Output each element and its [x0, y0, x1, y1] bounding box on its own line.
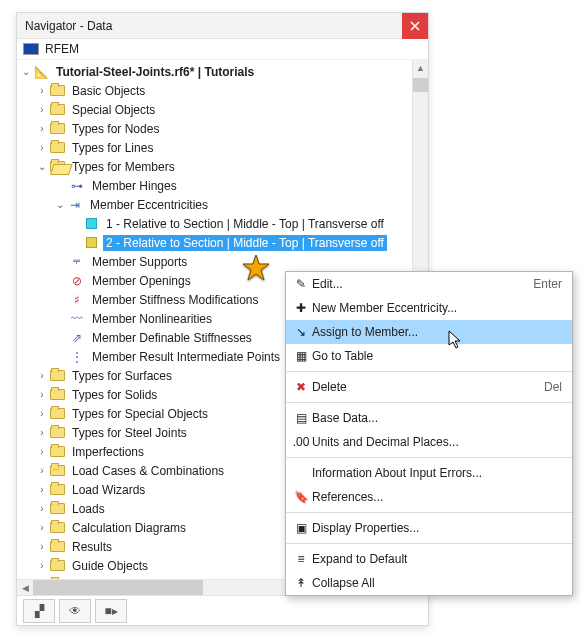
menu-input-errors[interactable]: Information About Input Errors... — [286, 461, 572, 485]
chevron-down-icon[interactable]: ⌄ — [19, 66, 33, 77]
tree-item-expanded[interactable]: ⌄Types for Members — [17, 157, 428, 176]
tree-label: Types for Steel Joints — [69, 425, 190, 441]
menu-units[interactable]: .00Units and Decimal Places... — [286, 430, 572, 454]
scroll-thumb[interactable] — [413, 78, 428, 92]
chevron-right-icon[interactable]: › — [35, 408, 49, 419]
chevron-right-icon[interactable]: › — [35, 104, 49, 115]
chevron-right-icon[interactable]: › — [35, 446, 49, 457]
folder-icon — [49, 577, 65, 580]
root-label: Tutorial-Steel-Joints.rf6* | Tutorials — [53, 64, 257, 80]
panel-icon: ▞ — [35, 604, 44, 618]
menu-new-eccentricity[interactable]: ✚New Member Eccentricity... — [286, 296, 572, 320]
menu-accelerator: Enter — [533, 277, 562, 291]
chevron-right-icon[interactable]: › — [35, 522, 49, 533]
interpoint-icon: ⋮ — [69, 349, 85, 365]
folder-icon — [49, 102, 65, 118]
app-icon — [23, 43, 39, 55]
menu-label: New Member Eccentricity... — [312, 301, 562, 315]
close-button[interactable] — [402, 13, 428, 39]
menu-delete[interactable]: ✖DeleteDel — [286, 375, 572, 399]
opening-icon: ⊘ — [69, 273, 85, 289]
edit-icon: ✎ — [290, 277, 312, 291]
tree-item[interactable]: ›Basic Objects — [17, 81, 428, 100]
menu-goto-table[interactable]: ▦Go to Table — [286, 344, 572, 368]
chevron-right-icon[interactable]: › — [35, 142, 49, 153]
display-tab-button[interactable]: 👁 — [59, 599, 91, 623]
folder-icon — [49, 539, 65, 555]
chevron-right-icon[interactable]: › — [35, 541, 49, 552]
menu-separator — [286, 512, 572, 513]
chevron-right-icon[interactable]: › — [35, 465, 49, 476]
menu-expand-default[interactable]: ≡Expand to Default — [286, 547, 572, 571]
tree-label: Types for Lines — [69, 140, 156, 156]
scroll-left-icon[interactable]: ◀ — [17, 583, 33, 593]
menu-references[interactable]: 🔖References... — [286, 485, 572, 509]
folder-icon — [49, 406, 65, 422]
menu-accelerator: Del — [544, 380, 562, 394]
tree-item-selected[interactable]: 2 - Relative to Section | Middle - Top |… — [17, 233, 428, 252]
folder-icon — [49, 444, 65, 460]
tree-label: Member Definable Stiffnesses — [89, 330, 255, 346]
table-icon: ▦ — [290, 349, 312, 363]
tree-label: Member Hinges — [89, 178, 180, 194]
chevron-down-icon[interactable]: ⌄ — [35, 161, 49, 172]
menu-label: Information About Input Errors... — [312, 466, 562, 480]
chevron-right-icon[interactable]: › — [35, 85, 49, 96]
app-bar: RFEM — [17, 39, 428, 60]
tree-label: Types for Members — [69, 159, 178, 175]
scroll-thumb-h[interactable] — [33, 580, 203, 595]
chevron-right-icon[interactable]: › — [35, 389, 49, 400]
collapse-icon: ↟ — [290, 576, 312, 590]
menu-label: Base Data... — [312, 411, 562, 425]
scroll-up-icon[interactable]: ▲ — [413, 60, 428, 76]
tree-item[interactable]: ⫧Member Supports — [17, 252, 428, 271]
menu-base-data[interactable]: ▤Base Data... — [286, 406, 572, 430]
menu-assign-to-member[interactable]: ↘Assign to Member... — [286, 320, 572, 344]
menu-edit[interactable]: ✎Edit...Enter — [286, 272, 572, 296]
chevron-right-icon[interactable]: › — [35, 123, 49, 134]
eye-icon: 👁 — [69, 604, 81, 618]
root-row[interactable]: ⌄ 📐 Tutorial-Steel-Joints.rf6* | Tutoria… — [17, 62, 428, 81]
tree-label: Types for Solids — [69, 387, 160, 403]
tree-item[interactable]: 1 - Relative to Section | Middle - Top |… — [17, 214, 428, 233]
tree-label: Member Supports — [89, 254, 190, 270]
chevron-right-icon[interactable]: › — [35, 503, 49, 514]
bottom-toolbar: ▞ 👁 ■▸ — [17, 595, 428, 625]
tree-label: Member Eccentricities — [87, 197, 211, 213]
chevron-down-icon[interactable]: ⌄ — [53, 199, 67, 210]
assign-icon: ↘ — [290, 325, 312, 339]
new-icon: ✚ — [290, 301, 312, 315]
menu-collapse-all[interactable]: ↟Collapse All — [286, 571, 572, 595]
folder-icon — [49, 387, 65, 403]
folder-icon — [49, 83, 65, 99]
nonlinearity-icon: 〰 — [69, 311, 85, 327]
tree-item-expanded[interactable]: ⌄⇥Member Eccentricities — [17, 195, 428, 214]
tree-item[interactable]: ›Special Objects — [17, 100, 428, 119]
menu-display-properties[interactable]: ▣Display Properties... — [286, 516, 572, 540]
tree-label: Steel Joint Design — [69, 577, 172, 580]
data-tab-button[interactable]: ▞ — [23, 599, 55, 623]
folder-icon — [49, 425, 65, 441]
hinge-icon: ⊶ — [69, 178, 85, 194]
chevron-right-icon[interactable]: › — [35, 560, 49, 571]
tree-item[interactable]: ›Types for Lines — [17, 138, 428, 157]
tree-label: Basic Objects — [69, 83, 148, 99]
chevron-right-icon[interactable]: › — [35, 484, 49, 495]
menu-separator — [286, 371, 572, 372]
folder-icon — [49, 520, 65, 536]
chevron-right-icon[interactable]: › — [35, 370, 49, 381]
tree-item[interactable]: ›Types for Nodes — [17, 119, 428, 138]
menu-separator — [286, 543, 572, 544]
tree-label: Member Stiffness Modifications — [89, 292, 262, 308]
views-tab-button[interactable]: ■▸ — [95, 599, 127, 623]
folder-icon — [49, 368, 65, 384]
display-props-icon: ▣ — [290, 521, 312, 535]
color-swatch-icon — [83, 235, 99, 251]
color-swatch-icon — [83, 216, 99, 232]
menu-separator — [286, 457, 572, 458]
chevron-right-icon[interactable]: › — [35, 427, 49, 438]
eccentricity-icon: ⇥ — [67, 197, 83, 213]
tree-label: Calculation Diagrams — [69, 520, 189, 536]
tree-item[interactable]: ⊶Member Hinges — [17, 176, 428, 195]
menu-label: Collapse All — [312, 576, 562, 590]
